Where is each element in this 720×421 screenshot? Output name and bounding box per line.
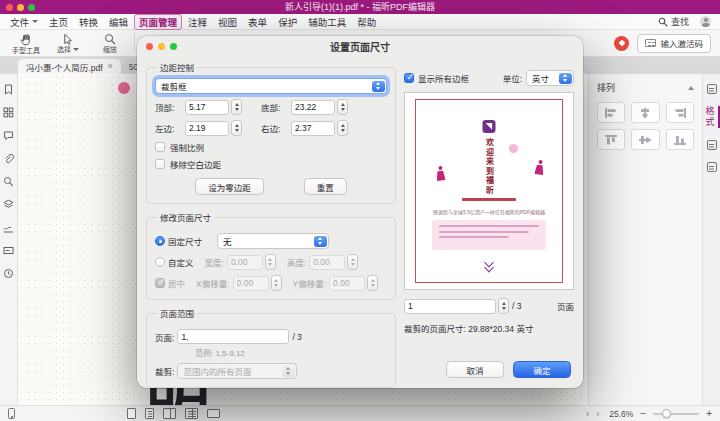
previous-page-icon[interactable]: ‹ <box>586 409 589 419</box>
fullscreen-view-icon[interactable] <box>207 409 220 418</box>
select-tool-button[interactable]: 选择 <box>47 30 89 56</box>
ok-button[interactable]: 确定 <box>513 361 571 378</box>
search-icon[interactable] <box>3 176 14 187</box>
stepper-icon[interactable] <box>347 254 358 270</box>
menu-help[interactable]: 帮助 <box>352 14 381 30</box>
chevron-up-icon[interactable] <box>688 86 694 90</box>
menu-file[interactable]: 文件 <box>5 14 43 30</box>
constrain-ratio-label: 强制比例 <box>170 141 204 153</box>
x-offset-input[interactable] <box>233 276 269 291</box>
align-left-button[interactable] <box>597 102 625 123</box>
hand-tool-button[interactable]: 手型工具 <box>5 30 47 56</box>
search-button[interactable]: 查找 <box>658 15 689 28</box>
cancel-button[interactable]: 取消 <box>446 361 504 378</box>
user-icon[interactable] <box>700 16 711 27</box>
menu-page-manage[interactable]: 页面管理 <box>134 14 182 30</box>
comment-icon[interactable] <box>3 130 14 141</box>
attachment-icon[interactable] <box>3 153 14 164</box>
history-clock-icon[interactable] <box>3 268 14 279</box>
fixed-size-select[interactable]: 无 <box>217 233 329 249</box>
select-arrows-icon <box>314 236 327 247</box>
page-nav-group: ‹ › <box>586 409 599 419</box>
status-bar: ‹ › 25.6% <box>0 405 720 421</box>
height-input[interactable] <box>309 255 345 270</box>
align-middle-vertical-button[interactable] <box>631 129 659 150</box>
zero-margin-button[interactable]: 设为零边距 <box>195 178 264 195</box>
facing-pages-view-icon[interactable] <box>163 408 176 419</box>
zoom-in-icon[interactable] <box>706 408 712 419</box>
stepper-icon[interactable] <box>367 275 378 291</box>
single-page-view-icon[interactable] <box>127 408 136 419</box>
menu-form[interactable]: 表单 <box>243 14 272 30</box>
arrange-section-title: 排列 <box>597 81 615 94</box>
align-right-button[interactable] <box>666 102 694 123</box>
margin-box-select[interactable]: 裁剪框 <box>155 78 387 94</box>
stepper-icon[interactable] <box>231 99 242 115</box>
next-page-icon[interactable]: › <box>596 409 599 419</box>
stepper-icon[interactable] <box>271 275 282 291</box>
top-margin-input[interactable] <box>185 100 229 115</box>
stamp-icon[interactable] <box>707 162 717 172</box>
bottom-margin-input[interactable] <box>291 100 335 115</box>
signature-icon[interactable] <box>3 222 14 233</box>
remove-white-margin-checkbox[interactable]: 移除空白边距 <box>155 158 387 170</box>
menu-home[interactable]: 主页 <box>44 14 73 30</box>
unit-select[interactable]: 英寸 <box>526 70 574 86</box>
left-margin-input[interactable] <box>185 121 229 136</box>
align-top-button[interactable] <box>597 129 625 150</box>
enter-activation-code-button[interactable]: 输入激活码 <box>637 34 711 53</box>
panel-toggle-icon[interactable] <box>707 84 717 94</box>
show-all-boxes-checkbox[interactable] <box>404 73 414 83</box>
facing-continuous-view-icon[interactable] <box>185 408 198 419</box>
page-thumbnails-icon[interactable] <box>3 107 14 118</box>
stepper-icon[interactable] <box>231 120 242 136</box>
format-tab[interactable]: 格式 <box>704 106 720 128</box>
zoom-level[interactable]: 25.6% <box>609 409 633 419</box>
menu-comment[interactable]: 注释 <box>183 14 212 30</box>
fixed-size-radio[interactable] <box>155 236 165 246</box>
reset-button[interactable]: 重置 <box>304 178 347 195</box>
dialog-titlebar: 设置页面尺寸 <box>137 36 583 57</box>
checkbox-icon <box>155 159 165 169</box>
preview-page-input[interactable] <box>404 299 496 314</box>
y-offset-input[interactable] <box>329 276 365 291</box>
fixed-size-value: 无 <box>223 235 232 247</box>
continuous-view-icon[interactable] <box>145 408 154 419</box>
stepper-icon[interactable] <box>337 99 348 115</box>
zoom-controls: 25.6% <box>609 408 712 419</box>
page-preview: 欢迎来到福昕 感谢您与全球5.5亿用户一样信任福昕的PDF编辑器 <box>404 92 574 290</box>
form-field-icon[interactable] <box>3 245 14 256</box>
zoom-out-icon[interactable] <box>640 408 646 419</box>
menu-convert[interactable]: 转换 <box>74 14 103 30</box>
zoom-tool-button[interactable]: 缩放 <box>89 30 131 56</box>
width-input[interactable] <box>227 255 263 270</box>
document-tab-1[interactable]: 冯小惠-个人简历.pdf <box>18 59 121 74</box>
zoom-slider[interactable] <box>653 413 699 415</box>
menu-view[interactable]: 视图 <box>213 14 242 30</box>
custom-size-radio[interactable] <box>155 257 165 267</box>
right-margin-input[interactable] <box>291 121 335 136</box>
stepper-icon[interactable] <box>265 254 276 270</box>
align-bottom-button[interactable] <box>666 129 694 150</box>
dialog-title: 设置页面尺寸 <box>137 39 583 54</box>
page-size-dialog: 设置页面尺寸 边距控制 裁剪框 顶部: 底部: <box>137 36 583 388</box>
stepper-icon[interactable] <box>498 298 509 314</box>
zoom-tool-label: 缩放 <box>103 46 117 53</box>
align-center-horizontal-button[interactable] <box>631 102 659 123</box>
zoom-slider-knob[interactable] <box>662 409 671 418</box>
menu-protect[interactable]: 保护 <box>273 14 302 30</box>
crop-scope-select[interactable]: 范围内的所有页面 <box>177 363 297 379</box>
stepper-icon[interactable] <box>337 120 348 136</box>
activate-product-icon[interactable] <box>614 36 629 51</box>
page-range-input[interactable] <box>177 329 289 344</box>
close-icon[interactable] <box>108 62 113 71</box>
properties-icon[interactable] <box>707 140 717 150</box>
constrain-ratio-checkbox[interactable]: 强制比例 <box>155 141 387 153</box>
mobile-icon[interactable] <box>8 408 15 419</box>
menu-accessibility[interactable]: 辅助工具 <box>303 14 351 30</box>
layers-icon[interactable] <box>3 199 14 210</box>
person-illustration <box>534 160 545 176</box>
center-checkbox[interactable] <box>155 278 165 288</box>
menu-edit[interactable]: 编辑 <box>104 14 133 30</box>
bookmark-icon[interactable] <box>3 84 14 95</box>
